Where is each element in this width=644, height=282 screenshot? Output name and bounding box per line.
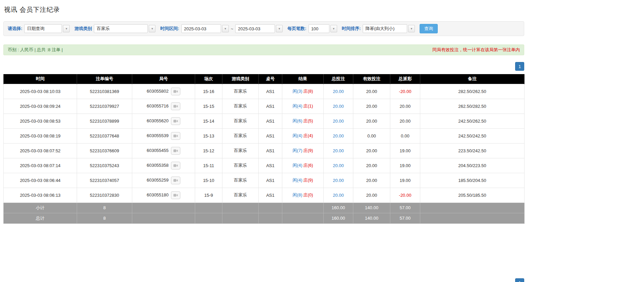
chevron-down-icon[interactable]: ▼ (149, 25, 155, 32)
col-table-no: 桌号 (259, 74, 282, 84)
cell-table-no: AS1 (259, 158, 282, 173)
chevron-down-icon[interactable]: ▼ (330, 25, 337, 32)
cell-total-bet[interactable]: 20.00 (324, 173, 353, 188)
table-row: 2025-03-03 08:09:24 522310379927 6030557… (4, 99, 525, 114)
cell-round: 603055620 (132, 114, 195, 128)
cell-total-bet[interactable]: 20.00 (324, 114, 353, 128)
video-icon[interactable] (171, 191, 180, 199)
cell-payout: 0.00 (390, 128, 420, 143)
result-banker: 庄(9) (303, 178, 313, 183)
cell-total-bet[interactable]: 20.00 (324, 143, 353, 158)
col-payout: 总派彩 (390, 74, 420, 84)
cell-valid-bet: 0.00 (353, 128, 390, 143)
result-banker: 庄(0) (303, 192, 313, 197)
subtotal-count: 8 (77, 202, 132, 213)
cell-table-no: AS1 (259, 128, 282, 143)
cell-valid-bet: 20.00 (353, 173, 390, 188)
cell-valid-bet: 20.00 (353, 143, 390, 158)
total-empty-cell (282, 213, 324, 223)
result-player: 闲(4) (293, 178, 302, 183)
query-type-combo: ▼ (24, 24, 70, 33)
total-count: 8 (77, 213, 132, 223)
result-banker: 庄(8) (303, 89, 313, 94)
video-icon[interactable] (171, 177, 180, 184)
cell-valid-bet: 20.00 (353, 188, 390, 202)
chevron-down-icon[interactable]: ▼ (63, 25, 70, 32)
cell-round: 603055539 (132, 128, 195, 143)
cell-time: 2025-03-03 08:07:14 (4, 158, 77, 173)
cell-payout: 19.00 (390, 173, 420, 188)
video-icon[interactable] (171, 162, 180, 169)
result-banker: 庄(9) (303, 148, 313, 153)
result-player: 闲(4) (293, 163, 302, 168)
cell-time: 2025-03-03 08:06:44 (4, 173, 77, 188)
total-total-bet: 160.00 (324, 213, 353, 223)
cell-game-type: 百家乐 (222, 114, 259, 128)
subtotal-total-bet: 160.00 (324, 202, 353, 213)
cell-total-bet[interactable]: 20.00 (324, 84, 353, 99)
cell-game-type: 百家乐 (222, 84, 259, 99)
page: 视讯 会员下注纪录 请选择: ▼ 游戏类别 ▼ 时间区间: ▼ ~ ▼ 每页笔数… (0, 0, 644, 282)
cell-table-no: AS1 (259, 99, 282, 114)
video-icon[interactable] (171, 88, 180, 95)
page-size-input[interactable] (309, 24, 329, 33)
page-1-button-bottom[interactable]: 1 (515, 278, 524, 282)
total-row: 总计 8 160.00 140.00 57.00 (4, 213, 525, 223)
game-type-input[interactable] (94, 24, 148, 33)
page-size-label: 每页笔数: (287, 26, 306, 32)
page-1-button[interactable]: 1 (515, 62, 524, 71)
video-icon[interactable] (171, 147, 180, 155)
total-valid-bet: 140.00 (353, 213, 390, 223)
cell-payout: 19.00 (390, 143, 420, 158)
date-from-combo: ▼ (181, 24, 229, 33)
page-title: 视讯 会员下注纪录 (4, 5, 644, 14)
cell-round: 603055259 (132, 173, 195, 188)
cell-result: 闲(3)庄(8) (282, 84, 324, 99)
game-type-combo: ▼ (94, 24, 155, 33)
total-empty-cell (259, 213, 282, 223)
date-from-input[interactable] (181, 24, 221, 33)
cell-remark: 205.50/185.50 (420, 188, 525, 202)
round-id: 603055716 (147, 103, 169, 108)
summary-bar: 币别 : 人民币 | 总共 :8 注单 | 同局有效投注，统一计算在该局第一张注… (3, 44, 524, 55)
video-icon[interactable] (171, 117, 180, 125)
cell-table-no: AS1 (259, 143, 282, 158)
cell-session: 15-14 (195, 114, 222, 128)
sort-input[interactable] (363, 24, 407, 33)
result-banker: 庄(1) (303, 103, 313, 108)
chevron-down-icon[interactable]: ▼ (276, 25, 283, 32)
cell-total-bet[interactable]: 20.00 (324, 99, 353, 114)
col-result: 结果 (282, 74, 324, 84)
cell-remark: 262.50/282.50 (420, 99, 525, 114)
cell-bet-id: 522310381369 (77, 84, 132, 99)
cell-total-bet[interactable]: 20.00 (324, 128, 353, 143)
range-separator: ~ (231, 26, 234, 31)
result-player: 闲(3) (293, 89, 302, 94)
table-header: 时间 注单编号 局号 场次 游戏类别 桌号 结果 总投注 有效投注 总派彩 备注 (4, 74, 525, 84)
video-icon[interactable] (171, 102, 180, 110)
total-empty-cell (420, 213, 525, 223)
chevron-down-icon[interactable]: ▼ (222, 25, 229, 32)
cell-round: 603055455 (132, 143, 195, 158)
cell-remark: 223.50/242.50 (420, 143, 525, 158)
cell-total-bet[interactable]: 20.00 (324, 158, 353, 173)
query-type-input[interactable] (24, 24, 62, 33)
cell-round: 603055716 (132, 99, 195, 114)
subtotal-payout: 57.00 (390, 202, 420, 213)
cell-total-bet[interactable]: 20.00 (324, 188, 353, 202)
cell-remark: 204.50/223.50 (420, 158, 525, 173)
result-player: 闲(8) (293, 192, 302, 197)
video-icon[interactable] (171, 132, 180, 140)
chevron-down-icon[interactable]: ▼ (408, 25, 415, 32)
cell-session: 15-12 (195, 143, 222, 158)
search-button[interactable]: 查询 (420, 24, 438, 33)
col-total-bet: 总投注 (324, 74, 353, 84)
cell-session: 15-16 (195, 84, 222, 99)
page-size-combo: ▼ (309, 24, 337, 33)
cell-result: 闲(7)庄(9) (282, 143, 324, 158)
date-to-input[interactable] (235, 24, 275, 33)
subtotal-empty-cell (259, 202, 282, 213)
sort-combo: ▼ (363, 24, 415, 33)
col-time: 时间 (4, 74, 77, 84)
cell-result: 闲(4)庄(6) (282, 158, 324, 173)
